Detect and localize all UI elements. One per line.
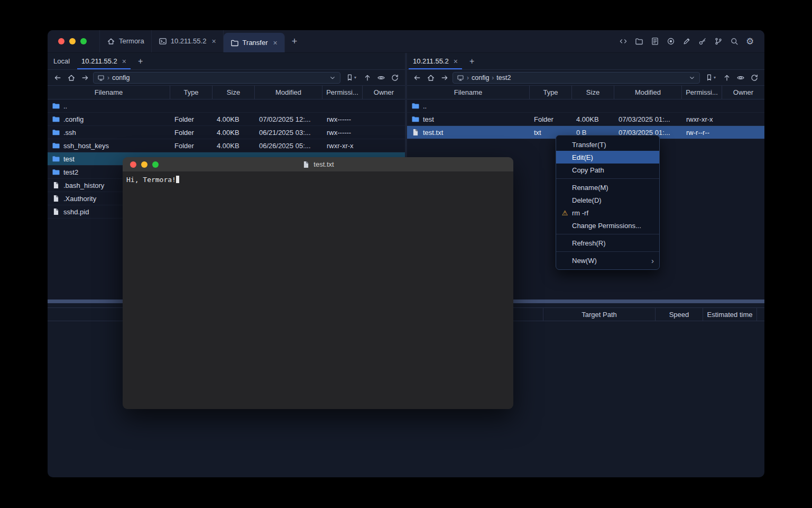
table-row[interactable]: .sshFolder4.00KB06/21/2025 03:...rwx----… (48, 126, 405, 139)
column-label: Permissi... (326, 88, 358, 96)
breadcrumb-item[interactable]: config (472, 74, 489, 81)
column-header-size[interactable]: Size (213, 86, 255, 99)
tab-termora[interactable]: Termora (99, 30, 152, 52)
menu-separator (556, 178, 659, 179)
path-field[interactable]: ›config›test2 (453, 72, 700, 84)
back-button[interactable] (411, 72, 423, 84)
pane-tab-10-211-55-2[interactable]: 10.211.55.2× (407, 53, 464, 69)
show-hidden-button[interactable] (735, 72, 746, 84)
back-button[interactable] (52, 72, 63, 84)
editor-titlebar[interactable]: test.txt (123, 157, 513, 171)
column-header-type[interactable]: Type (530, 86, 572, 99)
refresh-button[interactable] (749, 72, 760, 84)
pane-tab-strip: Local10.211.55.2×+ (48, 53, 405, 70)
settings-icon[interactable]: ⚙ (744, 35, 756, 48)
close-icon[interactable]: × (454, 58, 458, 65)
pane-tab-label: 10.211.55.2 (81, 57, 117, 65)
table-row[interactable]: testFolder4.00KB07/03/2025 01:...rwxr-xr… (407, 113, 764, 126)
column-header-owner[interactable]: Owner (363, 86, 405, 99)
key-icon[interactable] (696, 35, 708, 48)
code-icon[interactable] (617, 35, 629, 48)
file-modified (255, 99, 322, 112)
menu-item-new-w[interactable]: New(W)› (556, 254, 659, 267)
chevron-down-icon[interactable] (688, 74, 696, 81)
up-button[interactable] (362, 72, 373, 84)
log-icon[interactable] (649, 35, 661, 48)
forward-button[interactable] (439, 72, 450, 84)
editor-minimize-button[interactable] (141, 161, 147, 168)
zoom-window-button[interactable] (80, 38, 87, 44)
table-row[interactable]: ssh_host_keysFolder4.00KB06/26/2025 05:.… (48, 139, 405, 152)
search-icon[interactable] (728, 35, 740, 48)
close-icon[interactable]: × (122, 58, 126, 65)
chevron-right-icon: › (651, 257, 654, 265)
file-name: test2 (63, 168, 78, 176)
column-header-permissi[interactable]: Permissi... (322, 86, 363, 99)
column-header-filename[interactable]: Filename (48, 86, 170, 99)
path-field[interactable]: ›config (93, 72, 340, 84)
transfer-column-estimated-time[interactable]: Estimated time (703, 308, 757, 321)
file-modified: 06/21/2025 03:... (255, 126, 322, 139)
refresh-button[interactable] (389, 72, 401, 84)
breadcrumb-item[interactable]: test2 (496, 74, 511, 81)
table-row[interactable]: .. (48, 99, 405, 113)
pane-tab-local[interactable]: Local (48, 53, 76, 69)
menu-item-rename-m[interactable]: Rename(M) (556, 181, 659, 194)
show-hidden-button[interactable] (375, 72, 387, 84)
bookmark-button[interactable]: ▾ (702, 72, 719, 84)
column-header-modified[interactable]: Modified (255, 86, 322, 99)
editor-title-text: test.txt (313, 160, 334, 168)
file-icon (411, 128, 420, 137)
new-tab-button[interactable]: + (285, 30, 304, 52)
breadcrumb-item[interactable]: config (112, 74, 130, 81)
menu-item-copy-path[interactable]: Copy Path (556, 164, 659, 176)
column-header-filename[interactable]: Filename (407, 86, 530, 99)
home-icon (107, 37, 115, 46)
menu-item-transfer-t[interactable]: Transfer(T) (556, 138, 659, 151)
tab-10-211-55-2[interactable]: 10.211.55.2× (152, 30, 224, 52)
chevron-down-icon[interactable] (329, 74, 336, 81)
pane-tab-label: 10.211.55.2 (413, 57, 449, 65)
pencil-icon[interactable] (680, 35, 693, 48)
file-name: test.txt (423, 129, 443, 137)
transfer-column-speed[interactable]: Speed (656, 308, 703, 321)
transfer-column-target-path[interactable]: Target Path (543, 308, 656, 321)
column-header-size[interactable]: Size (572, 86, 614, 99)
editor-zoom-button[interactable] (152, 161, 159, 168)
new-pane-tab-button[interactable]: + (132, 53, 149, 69)
close-window-button[interactable] (58, 38, 64, 44)
bookmark-dropdown-icon[interactable]: ▾ (354, 75, 356, 80)
home-button[interactable] (66, 72, 77, 84)
folder-icon[interactable] (633, 35, 645, 48)
close-icon[interactable]: × (273, 39, 278, 47)
record-icon[interactable] (665, 35, 677, 48)
bookmark-dropdown-icon[interactable]: ▾ (714, 75, 716, 80)
branch-icon[interactable] (712, 35, 724, 48)
file-name: ssh_host_keys (63, 142, 109, 150)
column-header-type[interactable]: Type (170, 86, 213, 99)
menu-item-rm-rf[interactable]: ⚠rm -rf (556, 206, 659, 219)
column-header-modified[interactable]: Modified (614, 86, 682, 99)
forward-button[interactable] (79, 72, 91, 84)
menu-item-change-permissions[interactable]: Change Permissions... (556, 219, 659, 232)
editor-content[interactable]: Hi, Termora! (123, 171, 513, 409)
column-label: Estimated time (707, 311, 753, 319)
pane-tab-label: Local (53, 57, 70, 65)
new-pane-tab-button[interactable]: + (464, 53, 480, 69)
home-button[interactable] (425, 72, 437, 84)
table-row[interactable]: .. (407, 99, 764, 113)
table-row[interactable]: .configFolder4.00KB07/02/2025 12:...rwx-… (48, 113, 405, 126)
pane-tab-10-211-55-2[interactable]: 10.211.55.2× (76, 53, 132, 69)
menu-item-refresh-r[interactable]: Refresh(R) (556, 237, 659, 249)
tab-transfer[interactable]: Transfer× (224, 33, 285, 52)
editor-close-button[interactable] (130, 161, 136, 168)
close-icon[interactable]: × (211, 38, 216, 45)
column-header-permissi[interactable]: Permissi... (682, 86, 722, 99)
bookmark-button[interactable]: ▾ (343, 72, 359, 84)
menu-item-edit-e[interactable]: Edit(E) (556, 151, 659, 164)
menu-item-delete-d[interactable]: Delete(D) (556, 194, 659, 206)
minimize-window-button[interactable] (69, 38, 76, 44)
tab-label: 10.211.55.2 (171, 37, 207, 45)
column-header-owner[interactable]: Owner (722, 86, 764, 99)
up-button[interactable] (721, 72, 733, 84)
